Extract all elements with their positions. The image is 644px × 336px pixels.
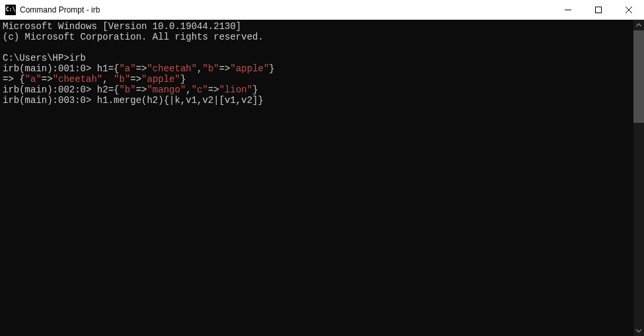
scroll-up-button[interactable]	[633, 20, 644, 30]
window-title: Command Prompt - irb	[20, 5, 553, 15]
app-icon: C:\	[5, 5, 16, 15]
maximize-button[interactable]	[583, 0, 614, 19]
window-controls	[553, 0, 644, 19]
terminal-line: => {"a"=>"cheetah", "b"=>"apple"}	[3, 74, 186, 84]
scroll-thumb[interactable]	[633, 30, 644, 123]
scroll-down-button[interactable]	[633, 325, 644, 336]
scrollbar[interactable]	[633, 20, 644, 336]
titlebar: C:\ Command Prompt - irb	[0, 0, 644, 20]
chevron-down-icon	[636, 328, 641, 333]
chevron-up-icon	[636, 22, 641, 28]
terminal-line: irb(main):001:0> h1={"a"=>"cheetah","b"=…	[3, 63, 275, 74]
terminal-line: C:\Users\HP>irb	[3, 53, 86, 63]
minimize-button[interactable]	[553, 0, 583, 19]
maximize-icon	[595, 7, 602, 13]
minimize-icon	[565, 7, 571, 13]
close-icon	[626, 7, 632, 13]
terminal-output[interactable]: Microsoft Windows [Version 10.0.19044.21…	[0, 20, 633, 336]
svg-rect-1	[596, 7, 602, 13]
terminal-line: irb(main):003:0> h1.merge(h2){|k,v1,v2|[…	[3, 95, 264, 106]
close-button[interactable]	[614, 0, 644, 19]
terminal-line: Microsoft Windows [Version 10.0.19044.21…	[3, 21, 241, 32]
terminal-line: (c) Microsoft Corporation. All rights re…	[3, 32, 264, 42]
terminal-container: Microsoft Windows [Version 10.0.19044.21…	[0, 20, 644, 336]
terminal-line: irb(main):002:0> h2={"b"=>"mango","c"=>"…	[3, 84, 258, 95]
